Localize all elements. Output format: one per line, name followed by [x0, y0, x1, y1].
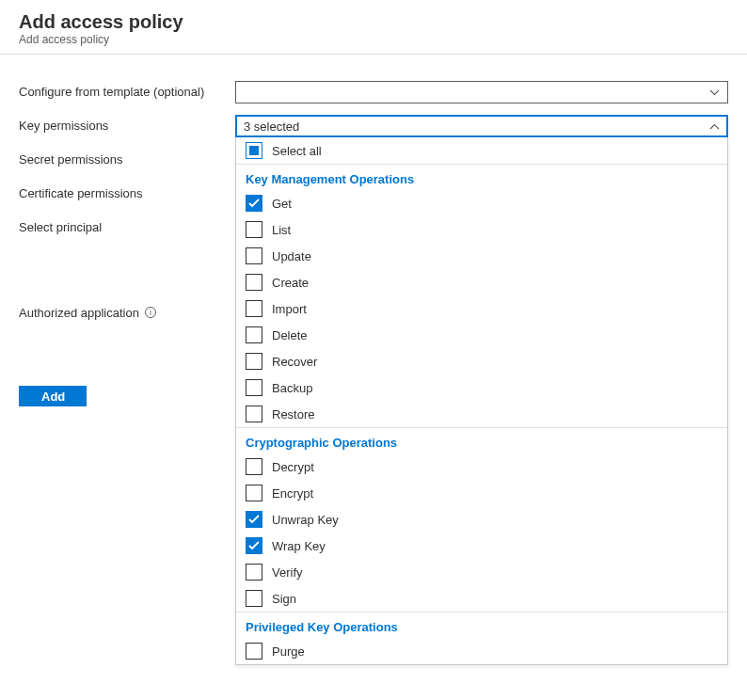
- permission-checkbox[interactable]: [246, 485, 262, 501]
- permission-label: Restore: [272, 407, 315, 422]
- permission-label: Unwrap Key: [272, 513, 339, 527]
- permission-option[interactable]: Encrypt: [236, 480, 727, 506]
- permission-checkbox[interactable]: [246, 406, 262, 422]
- permission-label: Create: [272, 276, 309, 290]
- page-title: Add access policy: [19, 11, 728, 33]
- permission-checkbox[interactable]: [246, 590, 262, 607]
- authorized-application-text: Authorized application: [19, 306, 139, 320]
- permission-label: Decrypt: [272, 460, 314, 474]
- label-key-permissions: Key permissions: [19, 115, 235, 149]
- page-header: Add access policy Add access policy: [0, 0, 747, 55]
- permission-checkbox[interactable]: [246, 300, 262, 317]
- section-header: Privileged Key Operations: [236, 612, 727, 638]
- permission-label: Get: [272, 197, 292, 211]
- permission-checkbox[interactable]: [246, 326, 262, 343]
- select-all-checkbox[interactable]: [246, 142, 262, 159]
- permission-option[interactable]: List: [236, 216, 727, 243]
- permission-checkbox[interactable]: [246, 564, 262, 581]
- permission-checkbox[interactable]: [246, 221, 262, 238]
- chevron-down-icon: [709, 87, 720, 98]
- permission-label: Verify: [272, 565, 303, 580]
- permission-label: Backup: [272, 381, 312, 395]
- permission-label: Sign: [272, 592, 296, 606]
- key-permissions-panel: Select all Key Management OperationsGetL…: [235, 137, 728, 665]
- permission-option[interactable]: Backup: [236, 374, 727, 401]
- permission-option[interactable]: Create: [236, 269, 727, 295]
- key-permissions-dropdown[interactable]: 3 selected: [235, 115, 728, 137]
- permission-option[interactable]: Recover: [236, 348, 727, 374]
- permission-option[interactable]: Unwrap Key: [236, 506, 727, 533]
- fields-column: 3 selected Select all Key Management Ope…: [235, 81, 728, 665]
- permission-option[interactable]: Delete: [236, 322, 727, 348]
- permission-option[interactable]: Restore: [236, 401, 727, 427]
- permission-label: Import: [272, 302, 307, 316]
- section-header: Key Management Operations: [236, 165, 727, 190]
- select-all-row[interactable]: Select all: [236, 137, 727, 165]
- permission-option[interactable]: Update: [236, 243, 727, 269]
- permission-option[interactable]: Get: [236, 190, 727, 216]
- permission-checkbox[interactable]: [246, 274, 262, 291]
- label-select-principal: Select principal: [19, 216, 235, 250]
- label-certificate-permissions: Certificate permissions: [19, 183, 235, 216]
- permission-label: Delete: [272, 328, 308, 342]
- permission-option[interactable]: Sign: [236, 585, 727, 612]
- permission-label: Update: [272, 249, 311, 263]
- select-all-label: Select all: [272, 144, 322, 158]
- configure-template-dropdown[interactable]: [235, 81, 728, 103]
- permission-option[interactable]: Verify: [236, 559, 727, 585]
- info-icon[interactable]: i: [145, 307, 156, 318]
- section-header: Cryptographic Operations: [236, 427, 727, 453]
- permission-checkbox[interactable]: [246, 379, 262, 396]
- permission-checkbox[interactable]: [246, 643, 262, 660]
- permission-label: Encrypt: [272, 486, 313, 501]
- permission-option[interactable]: Purge: [236, 638, 727, 664]
- labels-column: Configure from template (optional) Key p…: [19, 81, 235, 665]
- permission-label: List: [272, 223, 291, 237]
- permission-label: Recover: [272, 355, 317, 369]
- label-authorized-application: Authorized application i: [19, 294, 235, 327]
- permission-checkbox[interactable]: [246, 353, 262, 370]
- label-secret-permissions: Secret permissions: [19, 149, 235, 183]
- permission-option[interactable]: Wrap Key: [236, 533, 727, 559]
- permission-label: Wrap Key: [272, 539, 326, 553]
- permission-checkbox[interactable]: [246, 195, 262, 212]
- permission-checkbox[interactable]: [246, 247, 262, 264]
- chevron-up-icon: [709, 120, 720, 132]
- content-area: Configure from template (optional) Key p…: [0, 55, 747, 684]
- key-permissions-value: 3 selected: [244, 119, 299, 134]
- breadcrumb: Add access policy: [19, 33, 728, 46]
- permission-checkbox[interactable]: [246, 537, 262, 554]
- permission-option[interactable]: Decrypt: [236, 453, 727, 480]
- add-button[interactable]: Add: [19, 386, 87, 406]
- permission-checkbox[interactable]: [246, 458, 262, 475]
- label-configure-template: Configure from template (optional): [19, 81, 235, 115]
- permission-option[interactable]: Import: [236, 295, 727, 322]
- permission-label: Purge: [272, 644, 305, 659]
- permission-checkbox[interactable]: [246, 511, 262, 528]
